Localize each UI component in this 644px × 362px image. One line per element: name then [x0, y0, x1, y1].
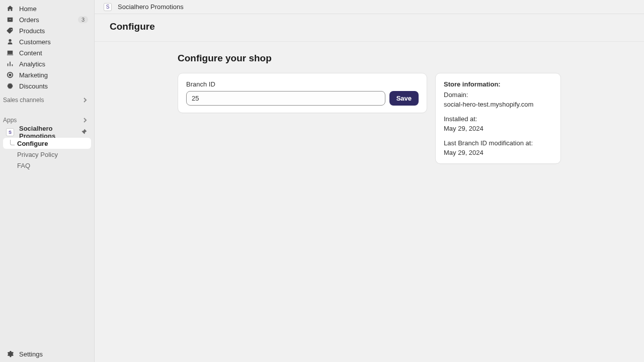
sidebar-item-analytics[interactable]: Analytics [3, 58, 91, 69]
settings-label: Settings [19, 350, 43, 358]
nav-label: Products [19, 27, 88, 35]
modified-label: Last Branch ID modification at: [444, 139, 552, 147]
subnav-label: Privacy Policy [17, 151, 58, 158]
main: S Socialhero Promotions Configure Config… [95, 0, 644, 362]
domain-value: social-hero-test.myshopify.com [444, 101, 552, 108]
marketing-icon [6, 71, 14, 79]
nav-label: Discounts [19, 82, 88, 90]
sidebar-item-home[interactable]: Home [3, 3, 91, 14]
store-info-card: Store information: Domain: social-hero-t… [435, 73, 561, 164]
orders-badge: 3 [78, 16, 88, 23]
page-title-bar: Configure [95, 14, 644, 42]
save-button[interactable]: Save [389, 91, 419, 106]
subnav-label: Configure [17, 140, 48, 147]
section-title: Configure your shop [178, 53, 561, 64]
store-info-header: Store information: [444, 80, 552, 88]
chevron-right-icon [82, 97, 88, 103]
modified-value: May 29, 2024 [444, 149, 552, 156]
home-icon [6, 5, 14, 13]
subnav-privacy-policy[interactable]: Privacy Policy [3, 149, 91, 160]
sidebar-item-content[interactable]: Content [3, 47, 91, 58]
app-subnav: Configure Privacy Policy FAQ [0, 138, 94, 171]
discounts-icon [6, 82, 14, 90]
app-icon: S [104, 3, 112, 11]
branch-id-label: Branch ID [186, 80, 419, 88]
sidebar-item-settings[interactable]: Settings [0, 346, 94, 362]
content: Configure your shop Branch ID Save Store… [95, 42, 644, 362]
sidebar-item-discounts[interactable]: Discounts [3, 80, 91, 92]
page-title: Configure [110, 21, 629, 32]
sidebar-item-products[interactable]: Products [3, 25, 91, 36]
branch-id-card: Branch ID Save [178, 73, 427, 113]
branch-id-input[interactable] [186, 91, 385, 106]
subnav-configure[interactable]: Configure [3, 138, 91, 149]
app-icon: S [6, 128, 14, 136]
nav-label: Marketing [19, 71, 88, 79]
nav-label: Orders [19, 16, 78, 24]
pin-icon[interactable] [81, 129, 88, 136]
section-label: Sales channels [3, 97, 82, 104]
apps-list: S Socialhero Promotions [0, 127, 94, 138]
section-label: Apps [3, 117, 82, 124]
breadcrumb-app-name[interactable]: Socialhero Promotions [118, 3, 184, 11]
sidebar-item-marketing[interactable]: Marketing [3, 69, 91, 80]
nav-label: Customers [19, 38, 88, 46]
chevron-right-icon [82, 117, 88, 123]
orders-icon [6, 16, 14, 24]
nav-label: Home [19, 5, 88, 13]
app-socialhero-promotions[interactable]: S Socialhero Promotions [3, 127, 91, 138]
sidebar-item-orders[interactable]: Orders 3 [3, 14, 91, 25]
subnav-label: FAQ [17, 162, 30, 169]
products-icon [6, 27, 14, 35]
installed-label: Installed at: [444, 115, 552, 123]
nav-label: Analytics [19, 60, 88, 68]
subnav-faq[interactable]: FAQ [3, 160, 91, 171]
main-nav: Home Orders 3 Products Customers Content… [0, 3, 94, 92]
installed-value: May 29, 2024 [444, 125, 552, 132]
section-sales-channels[interactable]: Sales channels [0, 92, 94, 107]
sidebar-item-customers[interactable]: Customers [3, 36, 91, 47]
breadcrumb: S Socialhero Promotions [95, 0, 644, 14]
customers-icon [6, 38, 14, 46]
nav-label: Content [19, 49, 88, 57]
sidebar: Home Orders 3 Products Customers Content… [0, 0, 95, 362]
analytics-icon [6, 60, 14, 68]
gear-icon [6, 350, 14, 358]
content-icon [6, 49, 14, 57]
domain-label: Domain: [444, 91, 552, 99]
